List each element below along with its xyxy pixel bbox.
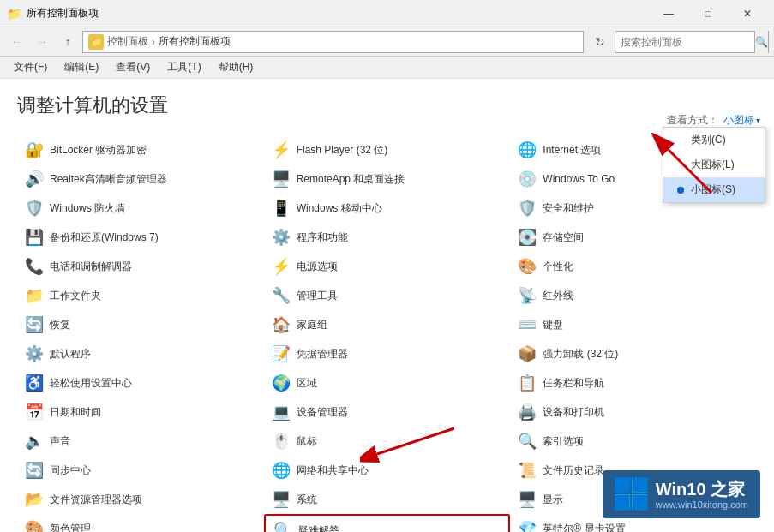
view-mode-label: 查看方式： <box>667 113 718 128</box>
item-uninstall[interactable]: 📦 强力卸载 (32 位) <box>510 339 757 368</box>
refresh-button[interactable]: ↻ <box>589 31 611 53</box>
item-region[interactable]: 🌍 区域 <box>264 368 511 398</box>
item-flash-player[interactable]: ⚡ Flash Player (32 位) <box>264 135 511 164</box>
item-troubleshoot[interactable]: 🔍 疑难解答 <box>264 514 511 532</box>
menu-edit[interactable]: 编辑(E) <box>56 57 107 78</box>
item-icon-personalize: 🎨 <box>517 256 537 277</box>
item-label-color-manage: 颜色管理 <box>50 522 91 533</box>
svg-line-1 <box>377 428 454 454</box>
item-sound[interactable]: 🔈 声音 <box>17 427 264 456</box>
item-label-infrared: 红外线 <box>543 289 573 303</box>
item-label-windows-to-go: Windows To Go <box>543 173 615 185</box>
item-icon-windows-firewall: 🛡️ <box>24 198 45 218</box>
title-bar: 📁 所有控制面板项 — □ ✕ <box>0 0 774 27</box>
close-button[interactable]: ✕ <box>728 0 767 27</box>
item-backup[interactable]: 💾 备份和还原(Windows 7) <box>17 223 264 252</box>
menu-file[interactable]: 文件(F) <box>5 57 56 78</box>
item-infrared[interactable]: 📡 红外线 <box>510 281 757 310</box>
item-icon-display: 🖥️ <box>517 489 537 510</box>
item-icon-bitlocker: 🔐 <box>24 140 45 160</box>
item-recovery[interactable]: 🔄 恢复 <box>17 310 264 339</box>
forward-button[interactable]: → <box>31 31 53 53</box>
windows-logo-icon <box>615 477 649 511</box>
svg-rect-9 <box>633 477 647 492</box>
item-power[interactable]: ⚡ 电源选项 <box>264 252 511 281</box>
item-admin-tools[interactable]: 🔧 管理工具 <box>264 281 511 310</box>
search-button[interactable]: 🔍 <box>754 31 768 53</box>
item-label-default-programs: 默认程序 <box>50 347 91 362</box>
view-control: 查看方式： 小图标 ▾ <box>667 113 760 128</box>
item-personalize[interactable]: 🎨 个性化 <box>510 252 757 281</box>
item-homegroup[interactable]: 🏠 家庭组 <box>264 310 511 339</box>
item-credentials[interactable]: 📝 凭据管理器 <box>264 339 511 368</box>
watermark-url: www.win10xitong.com <box>656 499 748 510</box>
up-button[interactable]: ↑ <box>57 31 79 53</box>
address-part-1[interactable]: 控制面板 <box>107 34 148 49</box>
item-file-explorer[interactable]: 📂 文件资源管理器选项 <box>17 485 264 514</box>
back-button[interactable]: ← <box>5 31 27 53</box>
item-icon-windows-to-go: 💿 <box>517 169 537 189</box>
item-indexing[interactable]: 🔍 索引选项 <box>510 427 757 456</box>
item-color-manage[interactable]: 🎨 颜色管理 <box>17 514 264 532</box>
menu-tools[interactable]: 工具(T) <box>159 57 209 78</box>
item-label-system: 系统 <box>297 493 317 507</box>
item-label-backup: 备份和还原(Windows 7) <box>50 230 159 245</box>
item-datetime[interactable]: 📅 日期和时间 <box>17 398 264 427</box>
item-mobility[interactable]: 📱 Windows 移动中心 <box>264 194 511 223</box>
column-1: 🔐 BitLocker 驱动器加密 🔊 Realtek高清晰音频管理器 🛡️ W… <box>17 135 264 532</box>
view-mode-button[interactable]: 小图标 ▾ <box>723 113 760 128</box>
maximize-button[interactable]: □ <box>688 0 728 27</box>
item-icon-security-maintenance: 🛡️ <box>517 198 537 218</box>
item-label-region: 区域 <box>297 376 317 391</box>
search-input[interactable] <box>615 36 754 48</box>
item-label-admin-tools: 管理工具 <box>297 289 338 303</box>
item-sync[interactable]: 🔄 同步中心 <box>17 456 264 485</box>
item-default-programs[interactable]: ⚙️ 默认程序 <box>17 339 264 368</box>
item-icon-taskbar: 📋 <box>517 373 537 393</box>
item-windows-firewall[interactable]: 🛡️ Windows 防火墙 <box>17 194 264 223</box>
item-label-bitlocker: BitLocker 驱动器加密 <box>50 143 147 158</box>
item-devices-printers[interactable]: 🖨️ 设备和打印机 <box>510 398 757 427</box>
menu-bar: 文件(F) 编辑(E) 查看(V) 工具(T) 帮助(H) <box>0 57 774 79</box>
item-label-mouse: 鼠标 <box>297 434 317 449</box>
item-label-phone-modem: 电话和调制解调器 <box>50 260 132 274</box>
item-ease-of-access[interactable]: ♿ 轻松使用设置中心 <box>17 368 264 398</box>
item-label-file-explorer: 文件资源管理器选项 <box>50 493 142 507</box>
item-label-realtek: Realtek高清晰音频管理器 <box>50 172 167 187</box>
item-keyboard[interactable]: ⌨️ 键盘 <box>510 310 757 339</box>
item-icon-color-manage: 🎨 <box>24 518 45 532</box>
item-work-folder[interactable]: 📁 工作文件夹 <box>17 281 264 310</box>
address-part-2[interactable]: 所有控制面板项 <box>159 34 231 49</box>
title-bar-left: 📁 所有控制面板项 <box>7 6 99 21</box>
item-system[interactable]: 🖥️ 系统 <box>264 485 511 514</box>
menu-view[interactable]: 查看(V) <box>107 57 159 78</box>
item-storage[interactable]: 💽 存储空间 <box>510 223 757 252</box>
item-label-storage: 存储空间 <box>543 230 584 245</box>
item-label-windows-firewall: Windows 防火墙 <box>50 201 125 216</box>
item-icon-devices-printers: 🖨️ <box>517 402 537 422</box>
item-label-personalize: 个性化 <box>543 260 573 274</box>
menu-help[interactable]: 帮助(H) <box>210 57 262 78</box>
item-taskbar[interactable]: 📋 任务栏和导航 <box>510 368 757 398</box>
item-remoteapp[interactable]: 🖥️ RemoteApp 和桌面连接 <box>264 164 511 194</box>
item-icon-storage: 💽 <box>517 227 537 248</box>
page-title: 调整计算机的设置 <box>17 93 757 118</box>
item-icon-system: 🖥️ <box>271 489 291 510</box>
item-icon-datetime: 📅 <box>24 402 45 422</box>
item-icon-admin-tools: 🔧 <box>271 285 291 306</box>
item-icon-flash-player: ⚡ <box>271 140 291 160</box>
item-realtek[interactable]: 🔊 Realtek高清晰音频管理器 <box>17 164 264 194</box>
item-icon-file-history: 📜 <box>517 460 537 481</box>
item-icon-region: 🌍 <box>271 373 291 393</box>
item-bitlocker[interactable]: 🔐 BitLocker 驱动器加密 <box>17 135 264 164</box>
item-icon-mouse: 🖱️ <box>271 431 291 451</box>
minimize-button[interactable]: — <box>649 0 688 27</box>
item-label-troubleshoot: 疑难解答 <box>298 523 339 533</box>
item-icon-troubleshoot: 🔍 <box>273 520 293 532</box>
item-icon-work-folder: 📁 <box>24 285 45 306</box>
item-icon-network: 🌐 <box>271 460 291 481</box>
item-icon-backup: 💾 <box>24 227 45 248</box>
item-phone-modem[interactable]: 📞 电话和调制解调器 <box>17 252 264 281</box>
item-label-ease-of-access: 轻松使用设置中心 <box>50 376 132 391</box>
item-programs[interactable]: ⚙️ 程序和功能 <box>264 223 511 252</box>
